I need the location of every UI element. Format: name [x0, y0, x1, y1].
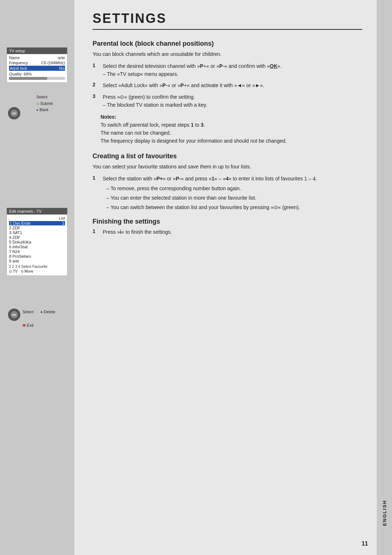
finishing-step-num-1: 1	[93, 228, 101, 234]
channel-name-7: 8 ProSieben	[9, 254, 31, 258]
edit-channels-box: Edit channels - TV List 1 Das Erste 1 2 …	[7, 208, 68, 276]
right-sidebar: ENGLISH	[377, 0, 392, 555]
finishing-heading: Finishing the settings	[93, 218, 362, 225]
tv-setup-row-name: Name arte	[9, 56, 65, 60]
move-label: ⊙ Move	[21, 269, 33, 273]
remote-ok-2: OK	[12, 313, 16, 317]
tv-setup-body: Name arte Frequency C6 (184MHz) Adult lo…	[7, 54, 67, 82]
notes-title: Notes:	[101, 114, 362, 120]
remote-ok-label: OK	[12, 112, 16, 115]
tv-setup-box: TV setup Name arte Frequency C6 (184MHz)…	[7, 47, 68, 83]
tv-setup-row-freq: Frequency C6 (184MHz)	[9, 61, 65, 65]
channel-row-7: 8 ProSieben	[9, 254, 65, 258]
submit-label-1: ⊙ Submit	[36, 101, 53, 107]
quality-label: Quality: 68%	[9, 72, 65, 76]
parental-step-1: 1 Select the desired television channel …	[93, 62, 362, 78]
select-label-2: Select ● Delete	[23, 309, 55, 315]
favourites-heading: Creating a list of favourites	[93, 152, 362, 160]
page-title: SETTINGS	[93, 11, 362, 30]
channel-header-row: List	[9, 216, 65, 220]
favourites-intro: You can select your favourite stations a…	[93, 163, 362, 171]
channel-row-1: 2 ZDF	[9, 226, 65, 230]
quality-bar-container: Quality: 68%	[9, 72, 65, 80]
tv-setup-freq-label: Frequency	[9, 61, 28, 65]
note-3: The frequency display is designed for yo…	[101, 137, 362, 145]
remote-area-1: OK Select ⊙ Submit ● Back	[7, 107, 68, 121]
fav-step-num-1: 1	[93, 175, 101, 181]
channel-row-6: 7 N24	[9, 249, 65, 254]
channel-row-0: 1 Das Erste 1	[9, 221, 65, 225]
tv-setup-name-value: arte	[58, 56, 65, 60]
finishing-steps: 1 Press »i« to finish the settings.	[93, 228, 362, 236]
channel-name-4: 5 Doku/KiKa	[9, 240, 31, 244]
fav-sublist: To remove, press the corresponding numbe…	[106, 185, 362, 211]
fav-sub-1: To remove, press the corresponding numbe…	[106, 185, 362, 193]
step-num-1: 1	[93, 62, 101, 68]
channel-name-0: 1 Das Erste	[10, 221, 30, 225]
left-sidebar	[0, 0, 74, 555]
tv-move-labels: ⊙ TV ⊙ Move	[9, 269, 65, 273]
channel-list-0: 1	[62, 221, 64, 225]
remote-icon-inner-1: OK	[11, 110, 18, 117]
channel-name-2: 3 SAT1	[9, 230, 22, 235]
channel-name-1: 2 ZDF	[9, 226, 20, 230]
tv-setup-adult-value: No	[59, 66, 64, 70]
parental-lock-steps: 1 Select the desired television channel …	[93, 62, 362, 109]
tv-setup-freq-value: C6 (184MHz)	[41, 61, 65, 65]
step-num-2: 2	[93, 82, 101, 87]
exit-label: ❶ Exit	[23, 323, 68, 327]
channel-name-6: 7 N24	[9, 249, 20, 254]
parental-step-2: 2 Select »Adult Lock« with »P-« or »P+« …	[93, 82, 362, 90]
tv-label: ⊙ TV	[9, 269, 17, 273]
edit-channels-body: List 1 Das Erste 1 2 ZDF 3 SAT1 4 ZDF 5 …	[7, 215, 67, 276]
tv-setup-adult-label: Adult lock	[10, 66, 27, 70]
remote-icon-inner-2: OK	[11, 311, 18, 318]
english-label: ENGLISH	[382, 500, 387, 526]
finishing-step-text-1: Press »i« to finish the settings.	[103, 228, 362, 236]
notes-block: Notes: To switch off parental lock, repe…	[101, 114, 362, 145]
channel-shortcuts: 1 2 3 4 Select Favourite	[9, 265, 65, 269]
back-label-1: ● Back	[36, 107, 53, 113]
fav-sub-3: You can switch between the station list …	[106, 204, 362, 212]
note-1: To switch off parental lock, repeat step…	[101, 121, 362, 129]
parental-step-3: 3 Press »⊙« (green) to confirm the setti…	[93, 93, 362, 109]
channel-name-5: 6 Info/3sat	[9, 245, 28, 249]
fav-step-1: 1 Select the station with »P+« or »P-« a…	[93, 175, 362, 213]
tv-setup-title: TV setup	[7, 48, 67, 54]
remote-row-2: OK Select ● Delete	[7, 309, 68, 322]
channel-row-5: 6 Info/3sat	[9, 245, 65, 249]
parental-lock-intro: You can block channels which are unsuita…	[93, 50, 362, 58]
step-text-3: Press »⊙« (green) to confirm the setting…	[103, 93, 362, 109]
tv-setup-row-adult: Adult lock No	[9, 66, 65, 71]
quality-bar-bg	[9, 77, 65, 80]
channel-row-8: 9 arte	[9, 259, 65, 263]
remote-area-2: OK Select ● Delete ❶ Exit	[7, 309, 68, 327]
remote-labels-1: Select ⊙ Submit ● Back	[36, 94, 53, 113]
channel-name-8: 9 arte	[9, 259, 19, 263]
remote-labels-2: Select ● Delete	[23, 309, 55, 315]
fav-step-text-1: Select the station with »P+« or »P-« and…	[103, 175, 362, 213]
step-3-sub-1: The blocked TV station is marked with a …	[103, 101, 362, 109]
select-label-1: Select	[36, 94, 53, 101]
favourites-steps: 1 Select the station with »P+« or »P-« a…	[93, 175, 362, 213]
quality-bar-fill	[9, 77, 47, 80]
channel-name-3: 4 ZDF	[9, 235, 20, 240]
channel-row-4: 5 Doku/KiKa	[9, 240, 65, 244]
notes-text: To switch off parental lock, repeat step…	[101, 121, 362, 145]
tv-setup-name-label: Name	[9, 56, 20, 60]
finishing-step-1: 1 Press »i« to finish the settings.	[93, 228, 362, 236]
step-num-3: 3	[93, 93, 101, 99]
fav-sub-2: You can enter the selected station in mo…	[106, 194, 362, 202]
step-text-1: Select the desired television channel wi…	[103, 62, 362, 78]
channel-col-list: List	[59, 216, 65, 220]
remote-icon-2: OK	[8, 309, 20, 321]
remote-icon-1: OK	[8, 107, 20, 119]
channel-row-2: 3 SAT1	[9, 230, 65, 235]
page-number: 11	[359, 540, 370, 548]
step-1-sub-1: The »TV setup« menu appears.	[103, 70, 362, 78]
main-content: SETTINGS Parental lock (block channel po…	[74, 0, 377, 256]
channel-row-3: 4 ZDF	[9, 235, 65, 240]
step-text-2: Select »Adult Lock« with »P-« or »P+« an…	[103, 82, 362, 90]
note-2: The name can not be changed.	[101, 129, 362, 137]
edit-channels-title: Edit channels - TV	[7, 208, 67, 215]
